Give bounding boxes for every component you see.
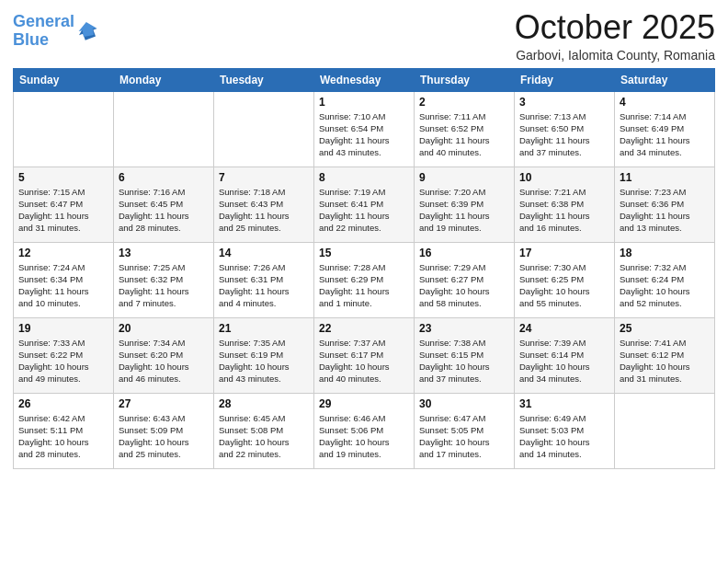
table-row: 15Sunrise: 7:28 AM Sunset: 6:29 PM Dayli… <box>314 242 415 317</box>
day-info: Sunrise: 7:25 AM Sunset: 6:32 PM Dayligh… <box>119 261 209 310</box>
day-info: Sunrise: 7:26 AM Sunset: 6:31 PM Dayligh… <box>219 261 309 310</box>
table-row: 7Sunrise: 7:18 AM Sunset: 6:43 PM Daylig… <box>214 167 314 242</box>
col-friday: Friday <box>515 68 615 91</box>
table-row: 9Sunrise: 7:20 AM Sunset: 6:39 PM Daylig… <box>415 167 515 242</box>
day-number: 9 <box>419 171 509 184</box>
day-number: 13 <box>119 247 209 259</box>
day-info: Sunrise: 7:38 AM Sunset: 6:15 PM Dayligh… <box>419 337 509 385</box>
day-number: 15 <box>319 247 409 259</box>
table-row: 11Sunrise: 7:23 AM Sunset: 6:36 PM Dayli… <box>615 167 715 242</box>
day-info: Sunrise: 7:20 AM Sunset: 6:39 PM Dayligh… <box>419 186 509 235</box>
day-number: 19 <box>18 322 108 335</box>
day-number: 22 <box>319 322 409 335</box>
col-tuesday: Tuesday <box>214 68 314 91</box>
header: General Blue October 2025 Garbovi, Ialom… <box>13 9 715 63</box>
table-row: 30Sunrise: 6:47 AM Sunset: 5:05 PM Dayli… <box>415 393 515 468</box>
calendar-week-row: 1Sunrise: 7:10 AM Sunset: 6:54 PM Daylig… <box>14 91 715 167</box>
day-info: Sunrise: 6:45 AM Sunset: 5:08 PM Dayligh… <box>219 412 309 461</box>
day-number: 23 <box>419 322 509 335</box>
table-row: 27Sunrise: 6:43 AM Sunset: 5:09 PM Dayli… <box>114 393 214 468</box>
calendar-week-row: 19Sunrise: 7:33 AM Sunset: 6:22 PM Dayli… <box>14 317 715 393</box>
day-info: Sunrise: 6:46 AM Sunset: 5:06 PM Dayligh… <box>319 412 409 461</box>
col-monday: Monday <box>114 68 214 91</box>
col-thursday: Thursday <box>415 68 515 91</box>
day-number: 27 <box>119 397 209 410</box>
day-info: Sunrise: 7:24 AM Sunset: 6:34 PM Dayligh… <box>18 261 108 310</box>
table-row: 2Sunrise: 7:11 AM Sunset: 6:52 PM Daylig… <box>415 91 515 167</box>
day-info: Sunrise: 7:37 AM Sunset: 6:17 PM Dayligh… <box>319 337 409 385</box>
logo: General Blue <box>13 13 102 50</box>
table-row: 10Sunrise: 7:21 AM Sunset: 6:38 PM Dayli… <box>515 167 615 242</box>
day-info: Sunrise: 6:43 AM Sunset: 5:09 PM Dayligh… <box>119 412 209 461</box>
day-number: 28 <box>219 397 309 410</box>
day-number: 26 <box>18 397 108 410</box>
table-row: 28Sunrise: 6:45 AM Sunset: 5:08 PM Dayli… <box>214 393 314 468</box>
table-row: 17Sunrise: 7:30 AM Sunset: 6:25 PM Dayli… <box>515 242 615 317</box>
day-number: 14 <box>219 247 309 259</box>
day-info: Sunrise: 7:14 AM Sunset: 6:49 PM Dayligh… <box>620 110 710 159</box>
day-info: Sunrise: 7:29 AM Sunset: 6:27 PM Dayligh… <box>419 261 509 310</box>
day-info: Sunrise: 7:39 AM Sunset: 6:14 PM Dayligh… <box>519 337 609 385</box>
table-row: 29Sunrise: 6:46 AM Sunset: 5:06 PM Dayli… <box>314 393 415 468</box>
day-info: Sunrise: 7:30 AM Sunset: 6:25 PM Dayligh… <box>519 261 609 310</box>
location: Garbovi, Ialomita County, Romania <box>515 48 715 63</box>
table-row: 18Sunrise: 7:32 AM Sunset: 6:24 PM Dayli… <box>615 242 715 317</box>
day-info: Sunrise: 7:32 AM Sunset: 6:24 PM Dayligh… <box>620 261 710 310</box>
day-info: Sunrise: 7:10 AM Sunset: 6:54 PM Dayligh… <box>319 110 409 159</box>
day-number: 6 <box>119 171 209 184</box>
table-row: 13Sunrise: 7:25 AM Sunset: 6:32 PM Dayli… <box>114 242 214 317</box>
table-row: 22Sunrise: 7:37 AM Sunset: 6:17 PM Dayli… <box>314 317 415 393</box>
table-row: 20Sunrise: 7:34 AM Sunset: 6:20 PM Dayli… <box>114 317 214 393</box>
calendar-table: Sunday Monday Tuesday Wednesday Thursday… <box>13 68 715 469</box>
day-number: 8 <box>319 171 409 184</box>
calendar-week-row: 12Sunrise: 7:24 AM Sunset: 6:34 PM Dayli… <box>14 242 715 317</box>
day-info: Sunrise: 7:35 AM Sunset: 6:19 PM Dayligh… <box>219 337 309 385</box>
table-row: 5Sunrise: 7:15 AM Sunset: 6:47 PM Daylig… <box>14 167 114 242</box>
day-info: Sunrise: 7:41 AM Sunset: 6:12 PM Dayligh… <box>620 337 710 385</box>
day-number: 17 <box>519 247 609 259</box>
month-title: October 2025 <box>515 9 715 46</box>
day-number: 7 <box>219 171 309 184</box>
title-block: October 2025 Garbovi, Ialomita County, R… <box>515 9 715 63</box>
table-row: 12Sunrise: 7:24 AM Sunset: 6:34 PM Dayli… <box>14 242 114 317</box>
day-number: 10 <box>519 171 609 184</box>
day-number: 3 <box>519 96 609 109</box>
table-row: 6Sunrise: 7:16 AM Sunset: 6:45 PM Daylig… <box>114 167 214 242</box>
day-info: Sunrise: 6:49 AM Sunset: 5:03 PM Dayligh… <box>519 412 609 461</box>
table-row: 26Sunrise: 6:42 AM Sunset: 5:11 PM Dayli… <box>14 393 114 468</box>
day-number: 1 <box>319 96 409 109</box>
day-info: Sunrise: 6:47 AM Sunset: 5:05 PM Dayligh… <box>419 412 509 461</box>
table-row: 1Sunrise: 7:10 AM Sunset: 6:54 PM Daylig… <box>314 91 415 167</box>
table-row <box>214 91 314 167</box>
table-row: 25Sunrise: 7:41 AM Sunset: 6:12 PM Dayli… <box>615 317 715 393</box>
col-sunday: Sunday <box>14 68 114 91</box>
table-row: 16Sunrise: 7:29 AM Sunset: 6:27 PM Dayli… <box>415 242 515 317</box>
day-number: 16 <box>419 247 509 259</box>
table-row <box>615 393 715 468</box>
table-row: 4Sunrise: 7:14 AM Sunset: 6:49 PM Daylig… <box>615 91 715 167</box>
table-row: 24Sunrise: 7:39 AM Sunset: 6:14 PM Dayli… <box>515 317 615 393</box>
day-info: Sunrise: 7:33 AM Sunset: 6:22 PM Dayligh… <box>18 337 108 385</box>
day-number: 30 <box>419 397 509 410</box>
day-number: 21 <box>219 322 309 335</box>
table-row: 31Sunrise: 6:49 AM Sunset: 5:03 PM Dayli… <box>515 393 615 468</box>
day-number: 20 <box>119 322 209 335</box>
table-row: 21Sunrise: 7:35 AM Sunset: 6:19 PM Dayli… <box>214 317 314 393</box>
day-info: Sunrise: 7:19 AM Sunset: 6:41 PM Dayligh… <box>319 186 409 235</box>
day-info: Sunrise: 7:13 AM Sunset: 6:50 PM Dayligh… <box>519 110 609 159</box>
logo-icon <box>76 18 102 44</box>
day-info: Sunrise: 7:23 AM Sunset: 6:36 PM Dayligh… <box>620 186 710 235</box>
col-wednesday: Wednesday <box>314 68 415 91</box>
calendar-week-row: 26Sunrise: 6:42 AM Sunset: 5:11 PM Dayli… <box>14 393 715 468</box>
day-info: Sunrise: 7:21 AM Sunset: 6:38 PM Dayligh… <box>519 186 609 235</box>
day-info: Sunrise: 7:15 AM Sunset: 6:47 PM Dayligh… <box>18 186 108 235</box>
table-row: 14Sunrise: 7:26 AM Sunset: 6:31 PM Dayli… <box>214 242 314 317</box>
page: General Blue October 2025 Garbovi, Ialom… <box>0 0 728 563</box>
day-number: 4 <box>620 96 710 109</box>
day-info: Sunrise: 7:34 AM Sunset: 6:20 PM Dayligh… <box>119 337 209 385</box>
day-number: 29 <box>319 397 409 410</box>
calendar-week-row: 5Sunrise: 7:15 AM Sunset: 6:47 PM Daylig… <box>14 167 715 242</box>
day-info: Sunrise: 7:16 AM Sunset: 6:45 PM Dayligh… <box>119 186 209 235</box>
table-row <box>14 91 114 167</box>
day-info: Sunrise: 7:18 AM Sunset: 6:43 PM Dayligh… <box>219 186 309 235</box>
